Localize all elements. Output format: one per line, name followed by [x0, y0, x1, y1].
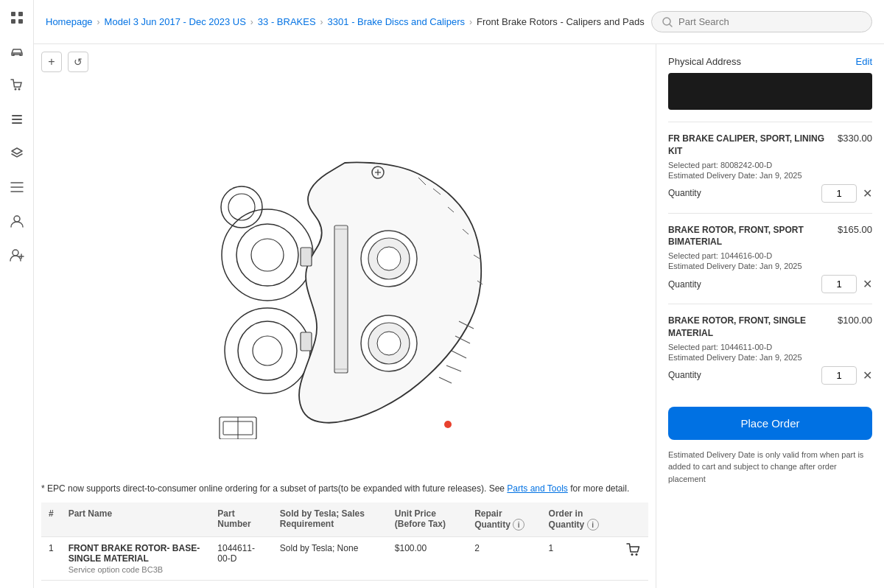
add-to-cart-button[interactable] [626, 543, 641, 561]
quantity-label-2: Quantity [668, 279, 701, 290]
svg-rect-43 [334, 225, 348, 373]
svg-rect-8 [12, 115, 22, 116]
svg-rect-1 [18, 12, 23, 16]
cart-item-2-part: Selected part: 1044616-00-D [668, 251, 872, 260]
place-order-button[interactable]: Place Order [668, 407, 872, 440]
person-add-icon[interactable] [7, 245, 27, 265]
layers-icon[interactable] [7, 143, 27, 164]
breadcrumb-3301[interactable]: 3301 - Brake Discs and Calipers [328, 16, 465, 27]
svg-point-21 [236, 224, 298, 286]
svg-rect-45 [301, 248, 312, 266]
row-orderqty: 1 [541, 537, 619, 581]
cart-item-2-title: BRAKE ROTOR, FRONT, SPORT BIMATERIAL [668, 224, 832, 249]
col-unitprice: Unit Price (Before Tax) [387, 503, 467, 537]
cart-item-2-delivery: Estimated Delivery Date: Jan 9, 2025 [668, 262, 872, 270]
cart-item-2-remove-button[interactable]: ✕ [863, 277, 872, 291]
cart-item-2: BRAKE ROTOR, FRONT, SPORT BIMATERIAL $16… [668, 213, 872, 304]
svg-rect-3 [18, 19, 23, 24]
order-qty-info-icon[interactable]: i [587, 519, 599, 531]
cart-item-2-qty-input[interactable]: 1 [821, 275, 857, 293]
svg-point-5 [19, 54, 21, 56]
cart-item-1-part: Selected part: 8008242-00-D [668, 161, 872, 169]
svg-line-19 [670, 24, 672, 27]
cart-item-3-remove-button[interactable]: ✕ [863, 368, 872, 382]
search-input[interactable] [678, 16, 861, 27]
col-partnumber: Part Number [210, 503, 272, 537]
delivery-notice: Estimated Delivery Date is only valid fr… [668, 449, 872, 486]
svg-point-57 [635, 553, 637, 556]
cart-item-1-actions: 1 ✕ [821, 184, 872, 203]
row-unitprice: $100.00 [387, 537, 467, 581]
svg-line-54 [439, 377, 452, 383]
sidebar [0, 0, 34, 588]
svg-point-26 [238, 321, 297, 380]
col-repairqty: Repair Quantity i [467, 503, 541, 537]
breadcrumb-model3[interactable]: Model 3 Jun 2017 - Dec 2023 US [105, 16, 246, 27]
svg-rect-0 [11, 12, 15, 16]
svg-point-27 [253, 336, 282, 365]
svg-point-22 [251, 239, 284, 271]
rotate-button[interactable]: ↺ [68, 52, 88, 72]
cart-icon[interactable] [7, 75, 27, 96]
svg-rect-10 [12, 122, 22, 124]
user-icon[interactable] [7, 211, 27, 231]
row-repairqty: 2 [467, 537, 541, 581]
car-icon[interactable] [7, 41, 27, 62]
svg-point-33 [377, 247, 401, 270]
parts-tools-link[interactable]: Parts and Tools [507, 483, 568, 494]
svg-point-55 [444, 421, 452, 428]
quantity-label-3: Quantity [668, 370, 701, 380]
quantity-label-1: Quantity [668, 188, 701, 198]
cart-item-3-part: Selected part: 1044611-00-D [668, 343, 872, 351]
svg-point-4 [13, 54, 15, 56]
breadcrumb-brakes[interactable]: 33 - BRAKES [258, 16, 316, 27]
breadcrumb-homepage[interactable]: Homepage [46, 16, 93, 27]
repair-qty-info-icon[interactable]: i [513, 519, 525, 531]
svg-rect-9 [12, 119, 22, 120]
breadcrumb-sep-4: › [469, 17, 472, 27]
svg-point-20 [222, 209, 313, 301]
cart-item-1-delivery: Estimated Delivery Date: Jan 9, 2025 [668, 171, 872, 180]
col-partname: Part Name [61, 503, 211, 537]
breadcrumb-current: Front Brake Rotors - Calipers and Pads [477, 16, 645, 27]
grid-icon[interactable] [7, 7, 27, 28]
address-header: Physical Address Edit [668, 56, 872, 67]
menu-icon[interactable] [7, 177, 27, 197]
breadcrumb-sep-3: › [320, 17, 323, 27]
svg-point-7 [18, 88, 20, 91]
breadcrumb: Homepage › Model 3 Jun 2017 - Dec 2023 U… [34, 0, 884, 44]
address-label: Physical Address [668, 56, 741, 67]
list-icon[interactable] [7, 109, 27, 130]
cart-item-1: FR BRAKE CALIPER, SPORT, LINING KIT $330… [668, 122, 872, 213]
zoom-in-button[interactable]: + [41, 52, 62, 72]
col-action [619, 503, 648, 537]
search-box[interactable] [651, 11, 872, 32]
notice-text: * EPC now supports direct-to-consumer on… [41, 482, 648, 495]
svg-point-23 [221, 186, 262, 228]
row-soldby: Sold by Tesla; None [273, 537, 387, 581]
content-area: + ↺ [34, 44, 884, 588]
cart-item-3-title: BRAKE ROTOR, FRONT, SINGLE MATERIAL [668, 315, 832, 340]
col-num: # [41, 503, 61, 537]
row-partnumber: 1044611-00-D [210, 537, 272, 581]
svg-line-53 [446, 365, 461, 371]
svg-point-56 [631, 553, 633, 556]
parts-table-area: # Part Name Part Number Sold by Tesla; S… [41, 503, 648, 581]
col-orderqty: Order in Quantity i [541, 503, 619, 537]
table-row: 1 FRONT BRAKE ROTOR- BASE- SINGLE MATERI… [41, 537, 648, 581]
cart-item-1-qty-input[interactable]: 1 [821, 184, 857, 203]
svg-point-36 [377, 332, 401, 355]
cart-item-3-price: $100.00 [838, 315, 872, 326]
part-diagram-svg [153, 115, 536, 439]
row-cart-action [619, 537, 648, 581]
cart-item-1-remove-button[interactable]: ✕ [863, 186, 872, 200]
breadcrumb-sep-2: › [250, 17, 253, 27]
svg-point-24 [228, 194, 255, 220]
diagram-toolbar: + ↺ [41, 52, 648, 72]
cart-item-3-actions: 1 ✕ [821, 366, 872, 385]
breadcrumb-sep-1: › [97, 17, 100, 27]
svg-point-14 [14, 216, 20, 222]
search-icon [662, 17, 673, 27]
edit-address-link[interactable]: Edit [856, 56, 872, 67]
cart-item-3-qty-input[interactable]: 1 [821, 366, 857, 385]
